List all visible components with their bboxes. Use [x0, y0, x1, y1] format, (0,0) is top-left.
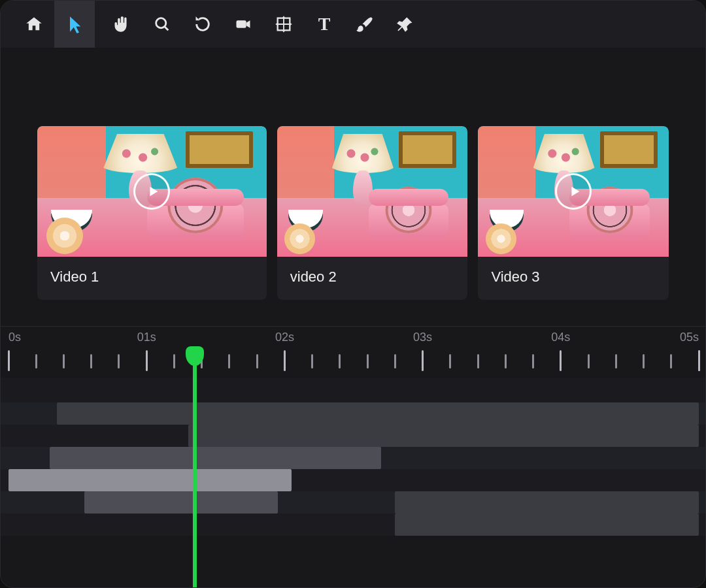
timeline-clip[interactable] [395, 491, 699, 514]
rotate-tool-button[interactable] [182, 1, 223, 48]
camera-tool-button[interactable] [223, 1, 263, 48]
time-label: 04s [551, 331, 570, 344]
clip-card[interactable]: Video 1 [37, 126, 267, 300]
track-area [1, 378, 705, 536]
brush-icon [356, 15, 374, 33]
timeline-clip[interactable] [8, 469, 292, 491]
main-toolbar: T [1, 1, 705, 48]
move-tool-button[interactable] [263, 1, 304, 48]
time-label: 02s [275, 331, 294, 344]
track-row[interactable] [1, 402, 705, 425]
clip-thumbnail [478, 126, 669, 257]
svg-point-0 [156, 18, 166, 28]
time-label: 03s [413, 331, 432, 344]
time-label: 05s [680, 331, 699, 344]
play-overlay-icon[interactable] [555, 173, 592, 210]
clip-label: Video 1 [37, 257, 267, 300]
pin-icon [396, 15, 414, 33]
clip-label: video 2 [277, 257, 468, 300]
search-icon [153, 15, 171, 33]
time-label: 0s [8, 331, 21, 344]
timeline-clip[interactable] [84, 491, 278, 514]
select-tool-button[interactable] [54, 1, 95, 48]
clip-thumbnail [37, 126, 267, 257]
track-row[interactable] [1, 514, 705, 536]
move-icon [275, 15, 293, 33]
svg-rect-2 [237, 20, 246, 28]
play-overlay-icon[interactable] [133, 173, 170, 210]
hand-icon [112, 15, 131, 33]
camera-icon [234, 15, 252, 33]
video-editor-window: T Video 1 [0, 0, 706, 588]
clip-bin: Video 1 video 2 Video 3 [1, 48, 705, 326]
timeline-clip[interactable] [50, 447, 381, 469]
track-row[interactable] [1, 469, 705, 491]
text-tool-button[interactable]: T [304, 1, 345, 48]
pointer-icon [65, 15, 84, 33]
timeline-clip[interactable] [395, 514, 699, 536]
text-icon: T [315, 15, 333, 33]
home-icon [25, 15, 43, 33]
home-button[interactable] [14, 1, 54, 48]
track-row[interactable] [1, 491, 705, 514]
hand-tool-button[interactable] [101, 1, 142, 48]
clip-label: Video 3 [478, 257, 669, 300]
timeline-clip[interactable] [57, 402, 699, 425]
timeline-clip[interactable] [188, 425, 699, 447]
svg-line-1 [165, 27, 169, 31]
pin-tool-button[interactable] [385, 1, 426, 48]
rotate-icon [193, 15, 212, 33]
zoom-tool-button[interactable] [142, 1, 182, 48]
time-ruler-labels: 0s01s02s03s04s05s [1, 327, 705, 346]
time-label: 01s [137, 331, 156, 344]
time-ruler[interactable]: 0s01s02s03s04s05s [1, 327, 705, 378]
track-row[interactable] [1, 425, 705, 447]
brush-tool-button[interactable] [345, 1, 385, 48]
clip-thumbnail [277, 126, 468, 257]
timeline-panel: 0s01s02s03s04s05s [1, 326, 705, 536]
time-ruler-ticks [1, 346, 705, 378]
track-row[interactable] [1, 447, 705, 469]
clip-card[interactable]: Video 3 [478, 126, 669, 300]
playhead[interactable] [193, 348, 197, 588]
clip-card[interactable]: video 2 [277, 126, 468, 300]
